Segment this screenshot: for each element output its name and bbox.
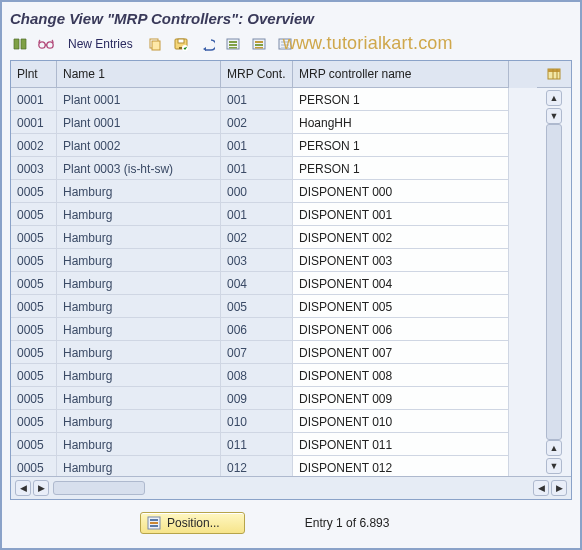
cell-mrp-cont[interactable]: 001 — [221, 88, 293, 111]
table-row[interactable]: 0001Plant 0001002HoangHH — [11, 111, 537, 134]
position-button[interactable]: Position... — [140, 512, 245, 534]
vertical-scrollbar[interactable]: ▲ ▼ ▲ ▼ — [537, 88, 571, 476]
table-row[interactable]: 0005Hamburg001DISPONENT 001 — [11, 203, 537, 226]
table-row[interactable]: 0005Hamburg006DISPONENT 006 — [11, 318, 537, 341]
table-row[interactable]: 0005Hamburg009DISPONENT 009 — [11, 387, 537, 410]
cell-mrp-controller-name[interactable]: DISPONENT 001 — [293, 203, 509, 226]
cell-mrp-controller-name[interactable]: DISPONENT 004 — [293, 272, 509, 295]
cell-plnt[interactable]: 0005 — [11, 364, 57, 387]
cell-mrp-cont[interactable]: 001 — [221, 203, 293, 226]
cell-mrp-controller-name[interactable]: PERSON 1 — [293, 134, 509, 157]
cell-mrp-controller-name[interactable]: DISPONENT 000 — [293, 180, 509, 203]
hscroll-left-icon[interactable]: ◀ — [15, 480, 31, 496]
table-row[interactable]: 0002Plant 0002001PERSON 1 — [11, 134, 537, 157]
horizontal-scrollbar[interactable]: ◀ ▶ ◀ ▶ — [11, 476, 571, 499]
cell-mrp-controller-name[interactable]: DISPONENT 010 — [293, 410, 509, 433]
table-row[interactable]: 0001Plant 0001001PERSON 1 — [11, 88, 537, 111]
cell-mrp-cont[interactable]: 001 — [221, 157, 293, 180]
glasses-icon[interactable] — [36, 35, 56, 53]
scroll-down-icon[interactable]: ▼ — [546, 108, 562, 124]
cell-name1[interactable]: Plant 0003 (is-ht-sw) — [57, 157, 221, 180]
cell-mrp-cont[interactable]: 002 — [221, 226, 293, 249]
cell-name1[interactable]: Plant 0001 — [57, 111, 221, 134]
cell-plnt[interactable]: 0005 — [11, 272, 57, 295]
col-mrp-controller-name[interactable]: MRP controller name — [293, 61, 509, 88]
cell-plnt[interactable]: 0002 — [11, 134, 57, 157]
hscroll-right2-icon[interactable]: ▶ — [551, 480, 567, 496]
table-row[interactable]: 0005Hamburg003DISPONENT 003 — [11, 249, 537, 272]
cell-mrp-controller-name[interactable]: DISPONENT 008 — [293, 364, 509, 387]
cell-mrp-controller-name[interactable]: DISPONENT 006 — [293, 318, 509, 341]
cell-mrp-controller-name[interactable]: DISPONENT 007 — [293, 341, 509, 364]
table-row[interactable]: 0005Hamburg002DISPONENT 002 — [11, 226, 537, 249]
copy-icon[interactable] — [145, 35, 165, 53]
table-row[interactable]: 0005Hamburg010DISPONENT 010 — [11, 410, 537, 433]
expand-toggle-icon[interactable] — [10, 35, 30, 53]
cell-name1[interactable]: Hamburg — [57, 272, 221, 295]
cell-mrp-controller-name[interactable]: DISPONENT 011 — [293, 433, 509, 456]
save-variant-icon[interactable] — [171, 35, 191, 53]
cell-plnt[interactable]: 0005 — [11, 410, 57, 433]
cell-name1[interactable]: Hamburg — [57, 456, 221, 476]
col-mrp-cont[interactable]: MRP Cont. — [221, 61, 293, 88]
cell-mrp-cont[interactable]: 008 — [221, 364, 293, 387]
cell-plnt[interactable]: 0005 — [11, 433, 57, 456]
cell-name1[interactable]: Hamburg — [57, 318, 221, 341]
cell-name1[interactable]: Plant 0001 — [57, 88, 221, 111]
cell-mrp-cont[interactable]: 001 — [221, 134, 293, 157]
table-row[interactable]: 0005Hamburg005DISPONENT 005 — [11, 295, 537, 318]
undo-icon[interactable] — [197, 35, 217, 53]
cell-mrp-cont[interactable]: 005 — [221, 295, 293, 318]
col-name1[interactable]: Name 1 — [57, 61, 221, 88]
table-row[interactable]: 0005Hamburg012DISPONENT 012 — [11, 456, 537, 476]
table-row[interactable]: 0005Hamburg000DISPONENT 000 — [11, 180, 537, 203]
cell-mrp-cont[interactable]: 010 — [221, 410, 293, 433]
cell-mrp-cont[interactable]: 003 — [221, 249, 293, 272]
cell-name1[interactable]: Hamburg — [57, 410, 221, 433]
cell-name1[interactable]: Plant 0002 — [57, 134, 221, 157]
cell-mrp-cont[interactable]: 002 — [221, 111, 293, 134]
scroll-track[interactable] — [546, 124, 562, 440]
cell-mrp-controller-name[interactable]: DISPONENT 012 — [293, 456, 509, 476]
cell-name1[interactable]: Hamburg — [57, 341, 221, 364]
cell-plnt[interactable]: 0005 — [11, 318, 57, 341]
table-settings-icon[interactable] — [544, 65, 564, 83]
cell-name1[interactable]: Hamburg — [57, 295, 221, 318]
cell-name1[interactable]: Hamburg — [57, 226, 221, 249]
hscroll-right-icon[interactable]: ▶ — [33, 480, 49, 496]
cell-mrp-controller-name[interactable]: PERSON 1 — [293, 157, 509, 180]
cell-mrp-cont[interactable]: 004 — [221, 272, 293, 295]
cell-mrp-cont[interactable]: 000 — [221, 180, 293, 203]
table-row[interactable]: 0005Hamburg011DISPONENT 011 — [11, 433, 537, 456]
deselect-all-icon[interactable] — [275, 35, 295, 53]
scroll-up-bottom-icon[interactable]: ▲ — [546, 440, 562, 456]
cell-mrp-cont[interactable]: 012 — [221, 456, 293, 476]
hscroll-left2-icon[interactable]: ◀ — [533, 480, 549, 496]
cell-mrp-cont[interactable]: 007 — [221, 341, 293, 364]
table-row[interactable]: 0005Hamburg007DISPONENT 007 — [11, 341, 537, 364]
cell-plnt[interactable]: 0005 — [11, 226, 57, 249]
hscroll-track-left[interactable] — [53, 481, 145, 495]
select-all-icon[interactable] — [223, 35, 243, 53]
cell-mrp-cont[interactable]: 009 — [221, 387, 293, 410]
cell-name1[interactable]: Hamburg — [57, 249, 221, 272]
scroll-up-icon[interactable]: ▲ — [546, 90, 562, 106]
cell-plnt[interactable]: 0003 — [11, 157, 57, 180]
table-row[interactable]: 0005Hamburg004DISPONENT 004 — [11, 272, 537, 295]
cell-mrp-controller-name[interactable]: PERSON 1 — [293, 88, 509, 111]
scroll-down-bottom-icon[interactable]: ▼ — [546, 458, 562, 474]
cell-plnt[interactable]: 0001 — [11, 111, 57, 134]
cell-plnt[interactable]: 0005 — [11, 341, 57, 364]
table-row[interactable]: 0005Hamburg008DISPONENT 008 — [11, 364, 537, 387]
cell-name1[interactable]: Hamburg — [57, 180, 221, 203]
cell-mrp-controller-name[interactable]: HoangHH — [293, 111, 509, 134]
cell-name1[interactable]: Hamburg — [57, 364, 221, 387]
col-plnt[interactable]: Plnt — [11, 61, 57, 88]
cell-mrp-controller-name[interactable]: DISPONENT 003 — [293, 249, 509, 272]
select-block-icon[interactable] — [249, 35, 269, 53]
cell-plnt[interactable]: 0001 — [11, 88, 57, 111]
cell-mrp-cont[interactable]: 011 — [221, 433, 293, 456]
cell-name1[interactable]: Hamburg — [57, 203, 221, 226]
cell-mrp-controller-name[interactable]: DISPONENT 005 — [293, 295, 509, 318]
cell-mrp-controller-name[interactable]: DISPONENT 009 — [293, 387, 509, 410]
